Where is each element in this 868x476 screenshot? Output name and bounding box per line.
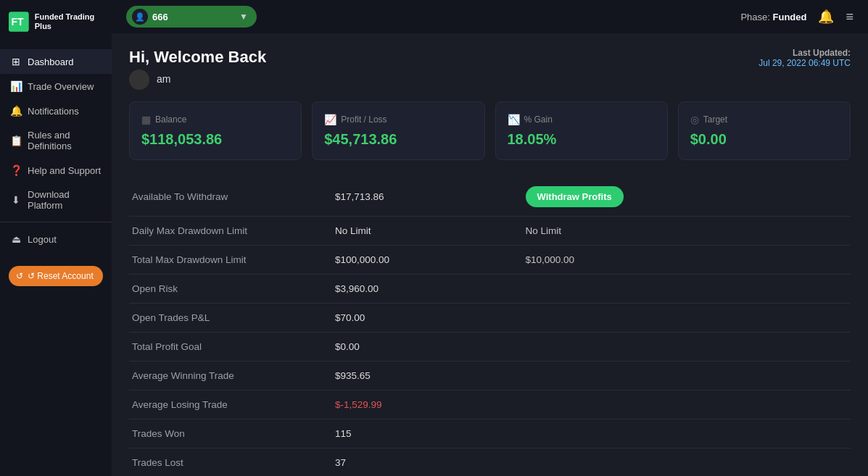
row-value: $100,000.00	[332, 246, 523, 275]
last-updated: Last Updated: Jul 29, 2022 06:49 UTC	[759, 48, 851, 68]
gain-label: % Gain	[524, 114, 553, 125]
table-row: Total Max Drawdown Limit$100,000.00$10,0…	[129, 246, 851, 275]
row-value: $935.65	[332, 362, 523, 391]
row-extra	[523, 362, 851, 391]
row-extra[interactable]: Withdraw Profits	[523, 178, 851, 217]
row-label: Total Max Drawdown Limit	[129, 246, 332, 275]
row-label: Average Winning Trade	[129, 362, 332, 391]
profit-loss-value: $45,713.86	[324, 131, 472, 148]
help-icon: ❓	[10, 164, 22, 176]
row-label: Daily Max Drawdown Limit	[129, 217, 332, 246]
row-label: Open Trades P&L	[129, 304, 332, 333]
row-extra: No Limit	[523, 217, 851, 246]
welcome-section: Hi, Welcome Back am	[129, 48, 266, 90]
table-row: Trades Won115	[129, 419, 851, 448]
row-label: Available To Withdraw	[129, 178, 332, 217]
bell-icon[interactable]: 🔔	[818, 9, 834, 25]
sidebar-label-rules: Rules and Definitions	[28, 130, 102, 151]
table-row: Average Losing Trade$-1,529.99	[129, 391, 851, 419]
stat-card-pl-header: 📈 Profit / Loss	[324, 114, 472, 125]
data-table: Available To Withdraw$17,713.86Withdraw …	[129, 178, 851, 476]
brand-name: Funded Trading Plus	[35, 12, 103, 31]
stat-card-target: ◎ Target $0.00	[678, 101, 851, 160]
table-row: Average Winning Trade$935.65	[129, 362, 851, 391]
phase-label: Phase: Funded	[740, 12, 806, 22]
profit-loss-icon: 📈	[324, 114, 336, 125]
stat-card-balance: ▦ Balance $118,053.86	[129, 101, 302, 160]
sidebar-logo: FT Funded Trading Plus	[0, 0, 112, 43]
row-value: $17,713.86	[332, 178, 523, 217]
welcome-text: Hi, Welcome Back	[129, 48, 266, 67]
sidebar-item-trade-overview[interactable]: 📊 Trade Overview	[0, 74, 112, 99]
content-area: Hi, Welcome Back am Last Updated: Jul 29…	[112, 33, 868, 476]
sidebar-label-notifications: Notifications	[28, 106, 79, 117]
download-icon: ⬇	[10, 194, 22, 206]
row-value: $70.00	[332, 304, 523, 333]
account-initials: 👤	[135, 12, 145, 22]
reset-account-button[interactable]: ↺ ↺ Reset Account	[9, 266, 103, 286]
row-extra	[523, 275, 851, 304]
row-label: Open Risk	[129, 275, 332, 304]
topbar-right: Phase: Funded 🔔 ≡	[740, 9, 853, 25]
sidebar-label-dashboard: Dashboard	[28, 57, 74, 67]
row-value: $3,960.00	[332, 275, 523, 304]
stat-card-gain: 📉 % Gain 18.05%	[495, 101, 668, 160]
stats-grid: ▦ Balance $118,053.86 📈 Profit / Loss $4…	[129, 101, 851, 160]
topbar: 👤 666 ▼ Phase: Funded 🔔 ≡	[112, 0, 868, 33]
balance-value: $118,053.86	[141, 131, 289, 148]
account-selector[interactable]: 👤 666 ▼	[126, 6, 257, 28]
sidebar-item-logout[interactable]: ⏏ Logout	[0, 227, 112, 251]
balance-icon: ▦	[141, 114, 151, 125]
account-label: 666	[152, 12, 235, 22]
topbar-left: 👤 666 ▼	[126, 6, 257, 28]
target-icon: ◎	[690, 114, 699, 125]
row-label: Trades Won	[129, 419, 332, 448]
withdraw-profits-button[interactable]: Withdraw Profits	[526, 186, 624, 207]
logout-icon: ⏏	[10, 233, 22, 245]
stat-card-gain-header: 📉 % Gain	[508, 114, 656, 125]
row-label: Total Profit Goal	[129, 333, 332, 362]
sidebar-item-notifications[interactable]: 🔔 Notifications	[0, 99, 112, 123]
last-updated-time: Jul 29, 2022 06:49 UTC	[759, 58, 851, 68]
table-row: Open Trades P&L$70.00	[129, 304, 851, 333]
sidebar-item-help[interactable]: ❓ Help and Support	[0, 158, 112, 183]
table-row: Available To Withdraw$17,713.86Withdraw …	[129, 178, 851, 217]
profit-loss-label: Profit / Loss	[341, 114, 387, 125]
stat-card-target-header: ◎ Target	[690, 114, 838, 125]
row-extra	[523, 333, 851, 362]
notifications-icon: 🔔	[10, 105, 22, 117]
row-extra: $10,000.00	[523, 246, 851, 275]
sidebar-item-rules[interactable]: 📋 Rules and Definitions	[0, 123, 112, 158]
table-row: Trades Lost37	[129, 448, 851, 477]
balance-label: Balance	[155, 114, 186, 125]
rules-icon: 📋	[10, 135, 22, 146]
last-updated-label: Last Updated:	[759, 48, 851, 58]
table-row: Daily Max Drawdown LimitNo LimitNo Limit	[129, 217, 851, 246]
phase-value: Funded	[773, 12, 807, 22]
reset-icon: ↺	[16, 271, 23, 281]
stat-card-balance-header: ▦ Balance	[141, 114, 289, 125]
row-extra	[523, 448, 851, 477]
gain-value: 18.05%	[508, 131, 656, 148]
sidebar-label-logout: Logout	[28, 234, 57, 245]
row-value: 115	[332, 419, 523, 448]
reset-label: ↺ Reset Account	[28, 271, 94, 281]
table-row: Total Profit Goal$0.00	[129, 333, 851, 362]
target-value: $0.00	[690, 131, 838, 148]
stat-card-profit-loss: 📈 Profit / Loss $45,713.86	[312, 101, 484, 160]
row-label: Trades Lost	[129, 448, 332, 477]
main-area: 👤 666 ▼ Phase: Funded 🔔 ≡ Hi, Welcome Ba…	[112, 0, 868, 476]
sidebar-item-dashboard[interactable]: ⊞ Dashboard	[0, 49, 112, 74]
username-text: am	[129, 70, 266, 90]
sidebar-label-help: Help and Support	[28, 165, 101, 176]
svg-text:FT: FT	[11, 16, 23, 28]
hamburger-menu-icon[interactable]: ≡	[846, 9, 853, 25]
sidebar-item-download[interactable]: ⬇ Download Platform	[0, 183, 112, 217]
sidebar-divider	[0, 222, 112, 222]
row-value: $-1,529.99	[332, 391, 523, 419]
dashboard-icon: ⊞	[10, 56, 22, 67]
content-header: Hi, Welcome Back am Last Updated: Jul 29…	[129, 48, 851, 90]
table-row: Open Risk$3,960.00	[129, 275, 851, 304]
trade-overview-icon: 📊	[10, 80, 22, 92]
row-value: No Limit	[332, 217, 523, 246]
